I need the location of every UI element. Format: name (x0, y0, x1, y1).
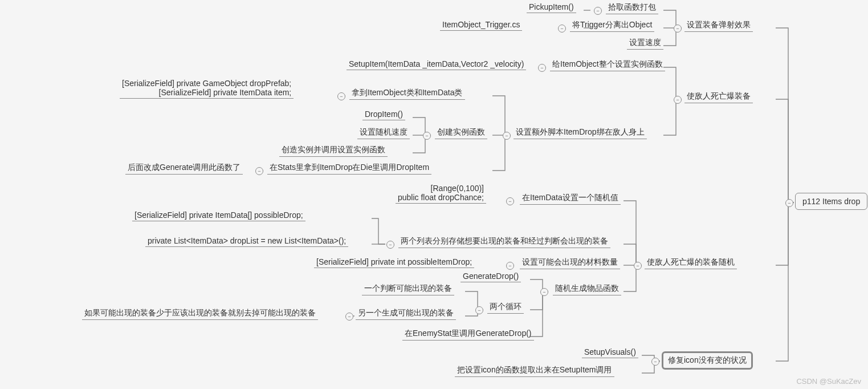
label: 后面改成Generate调用此函数了 (128, 163, 241, 172)
node-b2-c2-d3[interactable]: 在Stats里拿到ItemDrop在Die里调用DropItem (267, 161, 431, 175)
label: 一个判断可能出现的装备 (364, 283, 452, 293)
collapse-icon[interactable]: − (785, 199, 793, 207)
node-b3-c1-leaf[interactable]: [Range(0,100)] public float dropChance; (396, 183, 486, 204)
label: 把设置icon的函数提取出来在SetupItem调用 (457, 365, 612, 374)
collapse-icon[interactable]: − (538, 64, 546, 72)
label: [SerializeField] private ItemData[] poss… (135, 210, 303, 220)
node-b2-c2-d3-leaf[interactable]: 后面改成Generate调用此函数了 (125, 161, 243, 175)
node-b4-selected[interactable]: 修复icon没有变的状况 (662, 351, 753, 370)
collapse-icon[interactable]: − (255, 167, 263, 175)
node-b3-c2[interactable]: 两个列表分别存储想要出现的装备和经过判断会出现的装备 (398, 235, 610, 248)
label: 设置可能会出现的材料数量 (522, 257, 618, 266)
label: 修复icon没有变的状况 (668, 355, 747, 364)
label: 创建实例函数 (437, 127, 485, 136)
node-b3-c3-leaf[interactable]: [SerializeField] private int possibleIte… (314, 256, 474, 268)
node-b2-c2[interactable]: 设置额外脚本ItemDrop绑在敌人身上 (514, 126, 647, 139)
label: [SerializeField] private GameObject drop… (122, 79, 291, 97)
node-b4-c2[interactable]: 把设置icon的函数提取出来在SetupItem调用 (455, 364, 614, 377)
label: 创造实例并调用设置实例函数 (282, 145, 385, 154)
node-b2-c1-leaf[interactable]: SetupItem(ItemData _itemData,Vector2 _ve… (347, 58, 526, 70)
node-b2-c2-d1-leaf[interactable]: [SerializeField] private GameObject drop… (120, 78, 294, 99)
node-b2-c2-d2-e1[interactable]: DropItem() (362, 108, 405, 120)
collapse-icon[interactable]: − (558, 25, 566, 33)
label: 在ItemData设置一个随机值 (522, 193, 618, 202)
label: 在Stats里拿到ItemDrop在Die里调用DropItem (270, 163, 429, 172)
node-b3-c4[interactable]: 随机生成物品函数 (553, 282, 621, 295)
label: 拾取函数打包 (608, 2, 656, 11)
node-b4-c1[interactable]: SetupVisuals() (582, 346, 638, 358)
label: DropItem() (365, 110, 403, 119)
label: 设置随机速度 (360, 127, 407, 136)
root-node[interactable]: p112 Items drop (795, 193, 867, 210)
node-b1-c2-leaf[interactable]: ItemObject_Trigger.cs (440, 19, 522, 31)
node-b3-c4-d2-e2[interactable]: 另一个生成可能出现的装备 (356, 307, 456, 320)
node-b1-c3[interactable]: 设置速度 (627, 37, 663, 50)
node-b3-c4-d1[interactable]: GenerateDrop() (461, 270, 521, 282)
collapse-icon[interactable]: − (506, 197, 514, 205)
node-b3-c3[interactable]: 设置可能会出现的材料数量 (520, 256, 620, 269)
label: 另一个生成可能出现的装备 (358, 308, 454, 317)
collapse-icon[interactable]: − (423, 132, 431, 140)
node-b2-c2-d1[interactable]: 拿到ItemObject类和ItemData类 (349, 87, 465, 100)
node-b2-c2-d2-e3[interactable]: 创造实例并调用设置实例函数 (279, 144, 388, 157)
collapse-icon[interactable]: − (345, 313, 353, 321)
node-b3-c4-d2[interactable]: 两个循环 (487, 301, 524, 314)
label: GenerateDrop() (463, 272, 519, 281)
label: ItemObject_Trigger.cs (442, 20, 520, 29)
node-b2[interactable]: 使敌人死亡爆装备 (684, 90, 753, 103)
collapse-icon[interactable]: − (503, 132, 511, 140)
node-b3-c4-d2-e1[interactable]: 一个判断可能出现的装备 (362, 282, 454, 295)
label: 如果可能出现的装备少于应该出现的装备就别去掉可能出现的装备 (84, 308, 316, 317)
label: 将Trigger分离出Object (572, 20, 652, 29)
label: 随机生成物品函数 (555, 283, 619, 293)
label: 给ItemObject整个设置实例函数 (552, 59, 663, 68)
label: private List<ItemData> dropList = new Li… (148, 236, 346, 245)
node-b3-c4-d3[interactable]: 在EnemyStat里调用GenerateDrop() (402, 327, 534, 341)
label: 使敌人死亡爆的装备随机 (647, 257, 735, 266)
collapse-icon[interactable]: − (594, 7, 602, 15)
label: 两个循环 (490, 302, 521, 311)
collapse-icon[interactable]: − (475, 306, 483, 314)
node-b3[interactable]: 使敌人死亡爆的装备随机 (645, 256, 737, 269)
collapse-icon[interactable]: − (337, 92, 345, 100)
node-b1-c2[interactable]: 将Trigger分离出Object (570, 19, 654, 32)
node-b3-c1[interactable]: 在ItemData设置一个随机值 (520, 192, 621, 205)
node-b3-c2-d1[interactable]: [SerializeField] private ItemData[] poss… (132, 209, 305, 221)
collapse-icon[interactable]: − (506, 262, 514, 270)
label: 设置速度 (629, 38, 661, 47)
label: [Range(0,100)] public float dropChance; (398, 184, 484, 202)
label: SetupVisuals() (584, 347, 636, 356)
node-b1-label: 设置装备弹射效果 (687, 20, 751, 29)
label: 设置额外脚本ItemDrop绑在敌人身上 (516, 127, 645, 136)
node-b2-c1[interactable]: 给ItemObject整个设置实例函数 (550, 58, 665, 71)
watermark: CSDN @SuKacZev (796, 377, 861, 386)
node-b1[interactable]: 设置装备弹射效果 (684, 19, 753, 32)
label: 两个列表分别存储想要出现的装备和经过判断会出现的装备 (401, 236, 608, 245)
label: 在EnemyStat里调用GenerateDrop() (405, 329, 532, 338)
node-b2-c2-d2[interactable]: 创建实例函数 (435, 126, 487, 139)
root-label: p112 Items drop (802, 197, 860, 206)
node-b3-c4-d2-e2-leaf[interactable]: 如果可能出现的装备少于应该出现的装备就别去掉可能出现的装备 (82, 307, 318, 320)
collapse-icon[interactable]: − (634, 262, 642, 270)
collapse-icon[interactable]: − (386, 241, 394, 249)
label: PickupItem() (529, 2, 574, 11)
label: SetupItem(ItemData _itemData,Vector2 _ve… (349, 59, 524, 68)
collapse-icon[interactable]: − (674, 96, 682, 104)
node-b1-c1-leaf[interactable]: PickupItem() (527, 1, 576, 13)
collapse-icon[interactable]: − (540, 288, 548, 296)
label: 拿到ItemObject类和ItemData类 (352, 88, 463, 97)
collapse-icon[interactable]: − (651, 358, 659, 366)
collapse-icon[interactable]: − (674, 25, 682, 33)
label: 使敌人死亡爆装备 (687, 91, 751, 100)
node-b2-c2-d2-e2[interactable]: 设置随机速度 (357, 126, 410, 139)
node-b3-c2-d2[interactable]: private List<ItemData> dropList = new Li… (145, 235, 348, 247)
label: [SerializeField] private int possibleIte… (316, 257, 472, 266)
node-b1-c1[interactable]: 拾取函数打包 (606, 1, 658, 14)
